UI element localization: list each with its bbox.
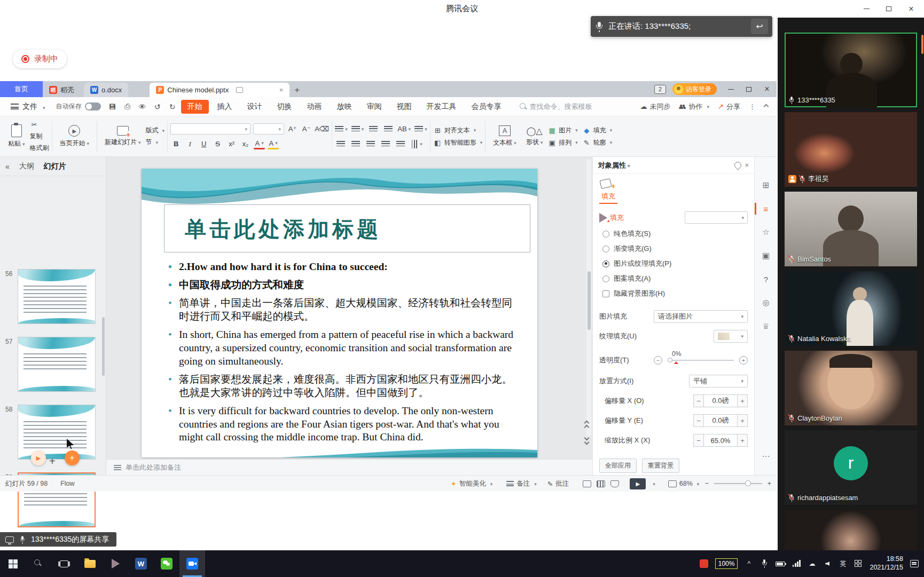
- transparency-slider[interactable]: 0%: [668, 360, 734, 361]
- word-app-button[interactable]: W: [128, 550, 154, 577]
- new-slide-button[interactable]: 新建幻灯片: [100, 119, 146, 154]
- tray-app-icon[interactable]: [700, 558, 708, 569]
- menu-tab-member[interactable]: 会员专享: [465, 100, 508, 114]
- slide-thumbnail-57[interactable]: [18, 337, 96, 392]
- maximize-button[interactable]: [884, 5, 893, 13]
- texture-fill-dropdown[interactable]: [714, 330, 748, 343]
- superscript-button[interactable]: x²: [226, 138, 237, 149]
- align-left-icon[interactable]: [335, 138, 346, 149]
- wps-minimize-button[interactable]: [726, 85, 735, 93]
- zoom-slider[interactable]: [714, 483, 762, 484]
- slide-body-text[interactable]: 2.How and how hard it is for China to su…: [166, 260, 521, 449]
- increase-indent-icon[interactable]: [382, 123, 394, 135]
- panel-share-icon[interactable]: ⊞: [755, 177, 777, 193]
- option-pattern-fill[interactable]: 图案填充(A): [602, 274, 754, 283]
- font-color-button[interactable]: A: [254, 138, 265, 149]
- slide-thumbnail-58[interactable]: [18, 405, 96, 460]
- print-icon[interactable]: ⎙: [121, 101, 134, 113]
- shapes-button[interactable]: ◯△形状: [521, 119, 548, 154]
- panel-help-icon[interactable]: ?: [755, 271, 777, 287]
- panel-properties-icon[interactable]: ≡: [755, 201, 777, 217]
- previous-slide-button[interactable]: [581, 418, 592, 431]
- share-button[interactable]: ↗分享: [718, 102, 740, 112]
- subscript-button[interactable]: x₂: [240, 138, 251, 149]
- save-icon[interactable]: 💾︎: [106, 101, 119, 113]
- decrease-font-icon[interactable]: A⁻: [301, 123, 312, 135]
- participant-tile[interactable]: r richardappiatsesam: [785, 430, 917, 505]
- scale-x-value[interactable]: 65.0%: [704, 434, 737, 447]
- bold-button[interactable]: B: [170, 138, 182, 149]
- menu-tab-view[interactable]: 视图: [390, 100, 418, 114]
- network-signal-icon[interactable]: [792, 558, 801, 569]
- panel-favorites-icon[interactable]: ☆: [755, 224, 777, 240]
- next-slide-button[interactable]: [581, 433, 592, 446]
- properties-title[interactable]: 对象属性: [598, 161, 630, 170]
- section-collapse-icon[interactable]: ▴: [599, 213, 607, 223]
- menu-tab-insert[interactable]: 插入: [211, 100, 239, 114]
- fit-zoom-button[interactable]: 68%: [668, 480, 700, 487]
- menu-tab-transition[interactable]: 切换: [271, 100, 299, 114]
- redo-icon[interactable]: ↻: [166, 101, 179, 113]
- align-right-icon[interactable]: [365, 138, 376, 149]
- title-placeholder-box[interactable]: 单击此处添加标题: [164, 204, 530, 252]
- undo-icon[interactable]: ↺: [151, 101, 164, 113]
- language-indicator[interactable]: 英: [839, 558, 847, 569]
- offset-y-value[interactable]: 0.0磅: [704, 414, 737, 427]
- copy-button[interactable]: 复制: [30, 132, 49, 141]
- decrease-indent-icon[interactable]: [367, 123, 379, 135]
- zoom-slider-thumb[interactable]: [745, 480, 751, 486]
- autosave-toggle[interactable]: [85, 102, 101, 110]
- quick-play-button[interactable]: ▶: [31, 450, 46, 465]
- preview-icon[interactable]: 👁︎: [136, 101, 149, 113]
- placement-dropdown[interactable]: 平铺: [689, 375, 748, 388]
- option-gradient-fill[interactable]: 渐变填充(G): [602, 244, 754, 254]
- stepper-plus[interactable]: +: [737, 434, 748, 447]
- menu-tab-review[interactable]: 审阅: [361, 100, 388, 114]
- panel-member-icon[interactable]: ♕: [755, 318, 777, 334]
- numbered-list-icon[interactable]: [351, 123, 364, 135]
- wps-close-button[interactable]: ×: [763, 85, 771, 93]
- panel-more-icon[interactable]: ⋯: [755, 448, 777, 464]
- strikethrough-button[interactable]: S: [212, 138, 223, 149]
- panel-layers-icon[interactable]: ▣: [755, 248, 777, 264]
- notification-center-icon[interactable]: [910, 558, 919, 569]
- zoom-out-button[interactable]: −: [704, 480, 708, 487]
- font-name-select[interactable]: [170, 123, 250, 135]
- volume-icon[interactable]: [823, 558, 832, 569]
- editor-scrollbar[interactable]: [586, 159, 591, 437]
- slider-thumb[interactable]: [668, 358, 672, 362]
- stepper-plus[interactable]: +: [737, 394, 748, 407]
- file-explorer-button[interactable]: [77, 550, 103, 577]
- option-solid-fill[interactable]: 纯色填充(S): [602, 229, 754, 239]
- media-app-button[interactable]: [103, 550, 128, 577]
- stepper-minus[interactable]: −: [693, 394, 704, 407]
- collapse-ribbon-icon[interactable]: [764, 105, 768, 108]
- battery-percentage[interactable]: 100%: [715, 558, 738, 569]
- to-smart-graphic-button[interactable]: ◧转智能图形: [433, 138, 483, 147]
- offset-x-value[interactable]: 0.0磅: [704, 394, 737, 407]
- highlight-color-button[interactable]: A: [268, 138, 279, 149]
- popout-tab-icon[interactable]: [236, 87, 243, 93]
- outline-tab[interactable]: 大纲: [19, 162, 34, 171]
- font-size-select[interactable]: [253, 123, 284, 135]
- increase-font-icon[interactable]: A⁺: [287, 123, 298, 135]
- command-search-input[interactable]: 查找命令、搜索模板: [520, 102, 592, 112]
- login-button[interactable]: 访客登录: [672, 83, 717, 95]
- option-picture-fill[interactable]: 图片或纹理填充(P): [602, 259, 754, 268]
- slide-canvas[interactable]: 单击此处添加标题 2.How and how hard it is for Ch…: [142, 169, 537, 457]
- play-from-current-button[interactable]: ▶当页开始: [55, 119, 95, 154]
- tab-document-pptx-active[interactable]: P Chinese model.pptx ×: [150, 83, 289, 97]
- ime-grid-icon[interactable]: [854, 558, 863, 569]
- collaborate-button[interactable]: 👥︎协作: [679, 102, 710, 112]
- file-menu-button[interactable]: 文件: [5, 100, 51, 114]
- distribute-icon[interactable]: [395, 138, 406, 149]
- participant-tile[interactable]: ClaytonBoylan: [785, 351, 917, 425]
- new-tab-button[interactable]: +: [289, 83, 304, 97]
- smart-beautify-button[interactable]: ✦智能美化: [451, 479, 492, 488]
- slide-thumbnail-56[interactable]: [18, 269, 96, 324]
- menu-tab-animation[interactable]: 动画: [301, 100, 328, 114]
- fill-preview-dropdown[interactable]: [685, 211, 748, 224]
- wps-restore-button[interactable]: [745, 85, 753, 93]
- justify-icon[interactable]: [380, 138, 391, 149]
- format-painter-button[interactable]: 格式刷: [30, 144, 49, 153]
